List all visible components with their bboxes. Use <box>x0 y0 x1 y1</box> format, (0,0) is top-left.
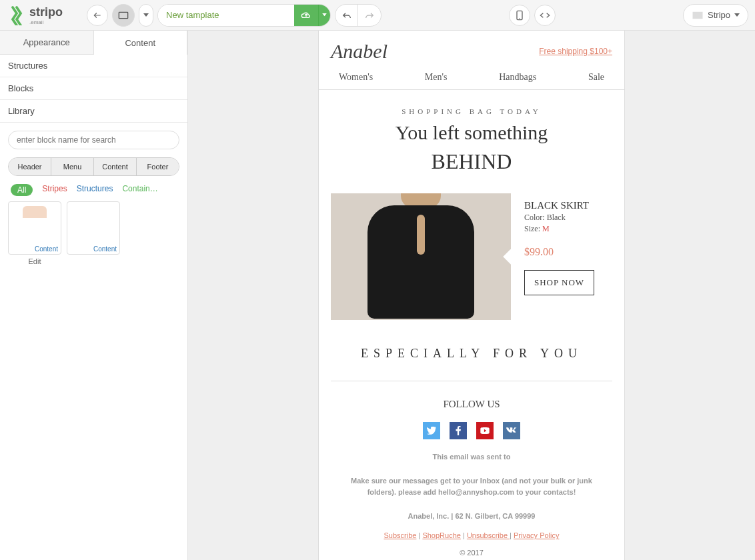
cloud-upload-icon <box>301 11 311 19</box>
thumb-preview-icon <box>23 206 47 246</box>
filter-containers[interactable]: Contain… <box>122 184 157 196</box>
vk-icon[interactable] <box>503 422 520 439</box>
redo-icon <box>364 11 375 19</box>
logo-subtext: .email <box>29 19 63 25</box>
accordion-structures[interactable]: Structures <box>0 55 187 77</box>
facebook-icon[interactable] <box>450 422 467 439</box>
filter-row: All Stripes Structures Contain… <box>0 176 187 201</box>
footer-links: Subscribe | ShopRuche | Unsubscribe | Pr… <box>319 531 624 539</box>
seg-header[interactable]: Header <box>9 158 51 175</box>
mobile-preview-button[interactable] <box>509 5 530 26</box>
email-nav: Women's Men's Handbags Sale <box>319 63 624 90</box>
sidebar-tabs: Appearance Content <box>0 31 187 55</box>
back-button[interactable] <box>87 5 108 26</box>
thumb-label: Content <box>35 245 58 253</box>
thumb-label: Content <box>93 245 117 253</box>
template-title-wrap <box>157 4 331 27</box>
caret-down-icon <box>322 13 327 17</box>
accordion-blocks[interactable]: Blocks <box>0 77 187 100</box>
seg-menu[interactable]: Menu <box>51 158 94 175</box>
nav-handbags[interactable]: Handbags <box>499 72 536 83</box>
logo-text: stripo <box>29 5 63 19</box>
view-mode-dropdown[interactable] <box>139 4 153 27</box>
svg-rect-0 <box>119 12 127 18</box>
code-view-button[interactable] <box>534 5 556 26</box>
svg-point-2 <box>519 18 520 19</box>
accordion-library[interactable]: Library <box>0 100 187 123</box>
product-color: Color: Black <box>524 213 612 223</box>
footer-text-2: Make sure our messages get to your Inbox… <box>319 475 624 499</box>
nav-womens[interactable]: Women's <box>339 72 373 83</box>
copyright: © 2017 <box>319 549 624 557</box>
twitter-icon[interactable] <box>423 422 440 439</box>
redo-button[interactable] <box>358 5 381 26</box>
user-avatar-icon <box>692 11 704 20</box>
especially-heading: ESPECIALLY FOR YOU <box>331 347 612 381</box>
save-button[interactable] <box>294 4 318 27</box>
top-toolbar: stripo .email Stripo <box>0 0 755 31</box>
brand-logo[interactable]: Anabel <box>331 40 388 63</box>
email-header: Anabel Free shipping $100+ <box>319 37 624 63</box>
block-thumb-1[interactable]: Content <box>8 201 61 255</box>
filter-stripes[interactable]: Stripes <box>42 184 67 196</box>
footer-text-1: This email was sent to <box>319 451 624 463</box>
product-info: BLACK SKIRT Color: Black Size: M $99.00 … <box>524 193 612 320</box>
product-title: BLACK SKIRT <box>524 200 612 211</box>
social-icons <box>319 422 624 439</box>
undo-icon <box>341 11 352 19</box>
caret-down-icon <box>734 13 740 17</box>
code-icon <box>540 11 550 19</box>
seg-footer[interactable]: Footer <box>137 158 179 175</box>
free-shipping-link[interactable]: Free shipping $100+ <box>539 47 612 56</box>
block-thumbnails: Content Content <box>0 201 187 255</box>
block-search-input[interactable] <box>8 131 179 149</box>
filter-structures[interactable]: Structures <box>77 184 113 196</box>
product-size: Size: M <box>524 224 612 234</box>
save-dropdown[interactable] <box>318 4 330 27</box>
user-name: Stripo <box>708 10 730 20</box>
undo-button[interactable] <box>335 5 358 26</box>
headline-2: BEHIND <box>319 145 624 177</box>
headline-1: You left something <box>319 119 624 145</box>
user-menu[interactable]: Stripo <box>683 4 748 27</box>
product-row: BLACK SKIRT Color: Black Size: M $99.00 … <box>319 177 624 320</box>
stripo-icon <box>7 5 27 25</box>
follow-heading: FOLLOW US <box>319 399 624 410</box>
shopping-bag-tag: SHOPPING BAG TODAY <box>319 107 624 115</box>
model-figure-icon <box>354 193 488 320</box>
arrow-left-icon <box>93 11 102 20</box>
caret-down-icon <box>143 13 149 17</box>
nav-sale[interactable]: Sale <box>588 72 604 83</box>
tab-appearance[interactable]: Appearance <box>0 31 93 55</box>
product-price: $99.00 <box>524 246 612 258</box>
sidebar: Appearance Content Structures Blocks Lib… <box>0 31 188 560</box>
privacy-link[interactable]: Privacy Policy <box>514 531 559 539</box>
nav-mens[interactable]: Men's <box>425 72 448 83</box>
mobile-icon <box>516 10 524 21</box>
app-logo[interactable]: stripo .email <box>7 5 63 25</box>
email-template[interactable]: Anabel Free shipping $100+ Women's Men's… <box>318 31 625 560</box>
thumb-edit-label: Edit <box>8 257 61 265</box>
shopruche-link[interactable]: ShopRuche <box>422 531 461 539</box>
canvas[interactable]: Anabel Free shipping $100+ Women's Men's… <box>188 31 755 560</box>
block-thumb-2[interactable]: Content <box>67 201 120 255</box>
product-image[interactable] <box>331 193 511 320</box>
filter-all[interactable]: All <box>11 184 33 196</box>
undo-redo-group <box>335 4 382 27</box>
svg-rect-3 <box>693 11 703 19</box>
segment-tabs: Header Menu Content Footer <box>8 157 179 176</box>
template-title-input[interactable] <box>158 5 294 26</box>
monitor-icon <box>118 11 129 19</box>
view-mode-button[interactable] <box>112 4 135 27</box>
footer-address: Anabel, Inc. | 62 N. Gilbert, CA 99999 <box>319 511 624 523</box>
seg-content[interactable]: Content <box>94 158 137 175</box>
tab-content[interactable]: Content <box>93 31 188 55</box>
unsubscribe-link[interactable]: Unsubscribe <box>467 531 510 539</box>
shop-now-button[interactable]: SHOP NOW <box>524 270 594 295</box>
subscribe-link[interactable]: Subscribe <box>384 531 417 539</box>
youtube-icon[interactable] <box>476 422 494 439</box>
